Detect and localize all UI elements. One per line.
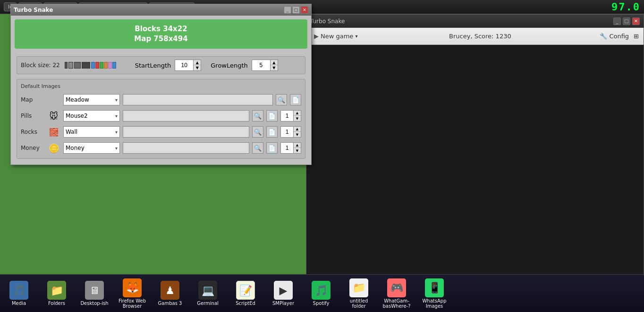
map-dropdown[interactable]: Meadow ▾ bbox=[63, 94, 120, 105]
pills-dropdown-arrow: ▾ bbox=[115, 113, 118, 119]
size-block-blue2 bbox=[112, 62, 116, 69]
game-title: Turbo Snake bbox=[310, 18, 345, 25]
game-window: Turbo Snake _ □ ✕ ▶ New game ▾ Brucey, S… bbox=[306, 14, 644, 298]
pills-label: Pills bbox=[21, 113, 44, 119]
money-number-spin[interactable]: 1 ▲ ▼ bbox=[280, 142, 301, 154]
pills-browse-button[interactable]: 🔍 bbox=[252, 110, 263, 121]
taskbar-bottom: 🎵 Media 📁 Folders 🖥 Desktop-ish 🦊 Firefo… bbox=[0, 274, 644, 312]
map-browse-button[interactable]: 🔍 bbox=[276, 94, 287, 105]
grow-length-down[interactable]: ▼ bbox=[271, 65, 278, 70]
scripted-icon: 📝 bbox=[236, 281, 255, 300]
rocks-number-input[interactable]: 1 bbox=[280, 126, 294, 138]
map-dropdown-arrow: ▾ bbox=[115, 97, 118, 103]
taskbar-icon-firefox[interactable]: 🦊 Firefox Web Browser bbox=[118, 278, 146, 309]
grow-length-input[interactable]: 5 bbox=[252, 60, 271, 71]
blocksize-row: Block size: 22 StartLength 10 bbox=[17, 56, 305, 74]
default-images-title: Default Images bbox=[21, 83, 301, 89]
taskbar-icon-whatgam[interactable]: 🎮 WhatGam-basWhere-? bbox=[382, 278, 411, 309]
pills-number-down[interactable]: ▼ bbox=[294, 116, 301, 121]
rocks-number-spin[interactable]: 1 ▲ ▼ bbox=[280, 126, 301, 138]
map-path-input[interactable] bbox=[123, 94, 273, 105]
money-file-button[interactable]: 📄 bbox=[266, 142, 278, 154]
money-label: Money bbox=[21, 145, 44, 151]
size-block-orange bbox=[104, 62, 108, 69]
desktop-icon-img: 🖥 bbox=[85, 281, 104, 300]
money-number-arrows: ▲ ▼ bbox=[294, 142, 301, 154]
firefox-icon: 🦊 bbox=[123, 278, 142, 297]
pills-number-arrows: ▲ ▼ bbox=[294, 110, 301, 121]
taskbar-icon-untitled[interactable]: 📁 untitled folder bbox=[345, 278, 373, 309]
new-game-button[interactable]: ▶ New game ▾ bbox=[311, 32, 360, 41]
config-body: Block size: 22 StartLength 10 bbox=[11, 52, 311, 165]
size-block-red bbox=[95, 62, 99, 69]
germinal-label: Germinal bbox=[197, 301, 219, 306]
rocks-label: Rocks bbox=[21, 129, 44, 135]
taskbar-icon-gambas[interactable]: ♟ Gambas 3 bbox=[156, 281, 184, 306]
taskbar-icon-scripted[interactable]: 📝 ScriptEd bbox=[231, 281, 260, 306]
game-window-controls: _ □ ✕ bbox=[613, 17, 640, 25]
rocks-browse-button[interactable]: 🔍 bbox=[252, 126, 263, 138]
map-row: Map Meadow ▾ 🔍 📄 bbox=[21, 93, 301, 106]
rocks-number-down[interactable]: ▼ bbox=[294, 132, 301, 137]
taskbar-icon-desktop[interactable]: 🖥 Desktop-ish bbox=[80, 281, 109, 306]
size-block-purple bbox=[108, 62, 112, 69]
grow-length-spin[interactable]: 5 ▲ ▼ bbox=[252, 60, 278, 71]
money-path-input[interactable] bbox=[123, 142, 249, 154]
config-minimize-button[interactable]: _ bbox=[284, 6, 291, 14]
pills-path-input[interactable] bbox=[123, 110, 249, 121]
game-minimize-button[interactable]: _ bbox=[613, 17, 621, 25]
folders-label: Folders bbox=[48, 301, 65, 306]
config-window: Turbo Snake _ □ ✕ Blocks 34x22Map 758x49… bbox=[10, 4, 312, 165]
taskbar-icon-smplayer[interactable]: ▶ SMPlayer bbox=[269, 281, 297, 306]
game-titlebar: Turbo Snake _ □ ✕ bbox=[306, 15, 644, 28]
money-browse-button[interactable]: 🔍 bbox=[252, 142, 263, 154]
score-display: Brucey, Score: 1230 bbox=[370, 33, 590, 40]
money-number-down[interactable]: ▼ bbox=[294, 148, 301, 153]
pills-file-button[interactable]: 📄 bbox=[266, 110, 278, 121]
config-close-button[interactable]: ✕ bbox=[301, 6, 308, 14]
gambas-icon: ♟ bbox=[161, 281, 179, 300]
money-number-input[interactable]: 1 bbox=[280, 142, 294, 154]
taskbar-icon-folders[interactable]: 📁 Folders bbox=[42, 281, 71, 306]
new-game-label: New game bbox=[321, 33, 353, 40]
money-dropdown-arrow: ▾ bbox=[115, 146, 118, 151]
pills-number-input[interactable]: 1 bbox=[280, 110, 294, 121]
start-length-up[interactable]: ▲ bbox=[194, 60, 201, 65]
map-file-button[interactable]: 📄 bbox=[290, 94, 301, 105]
start-length-input[interactable]: 10 bbox=[175, 60, 194, 71]
config-button[interactable]: 🔧 Config ⊞ bbox=[600, 33, 639, 40]
config-maximize-button[interactable]: □ bbox=[292, 6, 300, 14]
rocks-path-input[interactable] bbox=[123, 126, 249, 138]
start-length-spin[interactable]: 10 ▲ ▼ bbox=[175, 60, 201, 71]
taskbar-icon-germinal[interactable]: 💻 Germinal bbox=[194, 281, 222, 306]
pills-row: Pills 🐭 Mouse2 ▾ 🔍 📄 1 ▲ ▼ bbox=[21, 109, 301, 122]
rocks-icon: 🧱 bbox=[47, 125, 60, 139]
pills-dropdown[interactable]: Mouse2 ▾ bbox=[63, 110, 120, 121]
money-number-up[interactable]: ▲ bbox=[294, 143, 301, 148]
game-close-button[interactable]: ✕ bbox=[632, 17, 640, 25]
start-length-arrows: ▲ ▼ bbox=[194, 60, 201, 71]
taskbar-icon-media[interactable]: 🎵 Media bbox=[5, 281, 33, 306]
rocks-number-up[interactable]: ▲ bbox=[294, 127, 301, 132]
grow-length-up[interactable]: ▲ bbox=[271, 60, 278, 65]
rocks-file-button[interactable]: 📄 bbox=[266, 126, 278, 138]
whatsapp-icon: 📱 bbox=[425, 278, 444, 297]
size-block-blue bbox=[91, 62, 95, 69]
whatgam-icon: 🎮 bbox=[387, 278, 406, 297]
rocks-dropdown[interactable]: Wall ▾ bbox=[63, 126, 120, 138]
start-length-label: StartLength bbox=[135, 62, 171, 69]
gambas-label: Gambas 3 bbox=[158, 301, 182, 306]
config-window-controls: _ □ ✕ bbox=[284, 6, 308, 14]
untitled-label: untitled folder bbox=[345, 298, 373, 309]
game-maximize-button[interactable]: □ bbox=[623, 17, 630, 25]
start-length-down[interactable]: ▼ bbox=[194, 65, 201, 70]
rocks-dropdown-arrow: ▾ bbox=[115, 130, 118, 135]
whatsapp-label: WhatsApp Images bbox=[420, 298, 449, 309]
taskbar-icon-whatsapp[interactable]: 📱 WhatsApp Images bbox=[420, 278, 449, 309]
pills-number-up[interactable]: ▲ bbox=[294, 111, 301, 116]
spotify-label: Spotify bbox=[313, 301, 330, 306]
taskbar-icon-spotify[interactable]: 🎵 Spotify bbox=[307, 281, 335, 306]
pills-number-spin[interactable]: 1 ▲ ▼ bbox=[280, 110, 301, 121]
money-dropdown[interactable]: Money ▾ bbox=[63, 142, 120, 154]
rocks-row: Rocks 🧱 Wall ▾ 🔍 📄 1 ▲ ▼ bbox=[21, 125, 301, 139]
